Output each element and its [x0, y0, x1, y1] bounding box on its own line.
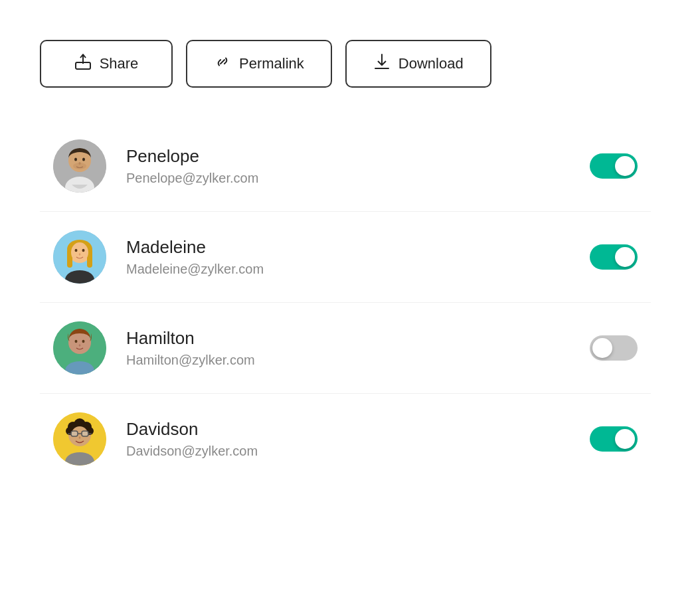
svg-point-20	[79, 253, 81, 256]
avatar	[53, 230, 106, 284]
user-name: Davidson	[126, 419, 590, 440]
svg-point-9	[82, 158, 85, 161]
user-email: Davidson@zylker.com	[126, 444, 590, 459]
permalink-icon	[214, 53, 231, 74]
svg-point-19	[82, 249, 85, 252]
share-label: Share	[100, 55, 139, 72]
list-item: Davidson Davidson@zylker.com	[40, 394, 651, 484]
user-info: Penelope Penelope@zylker.com	[126, 146, 590, 186]
share-button[interactable]: Share	[40, 40, 173, 88]
svg-point-10	[79, 162, 81, 165]
permalink-button[interactable]: Permalink	[186, 40, 332, 88]
list-item: Madeleine Madeleine@zylker.com	[40, 212, 651, 303]
download-button[interactable]: Download	[345, 40, 491, 88]
avatar	[53, 412, 106, 466]
svg-point-25	[82, 340, 85, 343]
user-info: Hamilton Hamilton@zylker.com	[126, 328, 590, 368]
user-name: Madeleine	[126, 237, 590, 258]
toggle-madeleine[interactable]	[590, 244, 638, 270]
toggle-hamilton[interactable]	[590, 335, 638, 361]
svg-point-41	[79, 436, 81, 439]
svg-rect-36	[71, 431, 78, 436]
toggle-wrapper	[590, 426, 638, 452]
user-email: Penelope@zylker.com	[126, 171, 590, 186]
list-item: Penelope Penelope@zylker.com	[40, 121, 651, 212]
download-icon	[373, 53, 391, 74]
toggle-davidson[interactable]	[590, 426, 638, 452]
svg-point-8	[74, 158, 77, 161]
permalink-label: Permalink	[239, 55, 304, 72]
user-list: Penelope Penelope@zylker.com	[40, 121, 651, 484]
svg-rect-37	[82, 431, 88, 436]
toolbar: Share Permalink Download	[40, 40, 491, 88]
svg-point-17	[71, 242, 88, 262]
toggle-wrapper	[590, 335, 638, 361]
toggle-wrapper	[590, 153, 638, 179]
list-item: Hamilton Hamilton@zylker.com	[40, 303, 651, 394]
user-info: Madeleine Madeleine@zylker.com	[126, 237, 590, 277]
svg-point-24	[75, 340, 78, 343]
avatar	[53, 321, 106, 375]
user-name: Hamilton	[126, 328, 590, 349]
user-email: Madeleine@zylker.com	[126, 262, 590, 277]
toggle-wrapper	[590, 244, 638, 270]
user-name: Penelope	[126, 146, 590, 167]
avatar	[53, 139, 106, 193]
download-label: Download	[398, 55, 464, 72]
svg-point-26	[79, 344, 81, 347]
user-email: Hamilton@zylker.com	[126, 353, 590, 368]
user-info: Davidson Davidson@zylker.com	[126, 419, 590, 459]
svg-point-18	[75, 249, 78, 252]
share-icon	[74, 53, 92, 74]
toggle-penelope[interactable]	[590, 153, 638, 179]
